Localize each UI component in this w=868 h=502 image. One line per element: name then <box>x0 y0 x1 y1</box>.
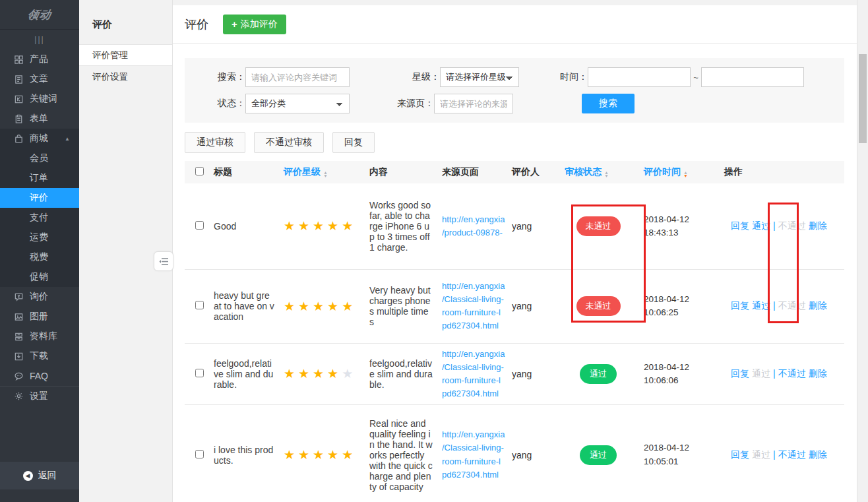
select-all-checkbox[interactable] <box>195 167 204 175</box>
status-badge: 未通过 <box>576 216 621 236</box>
column-header: 内容 <box>369 161 442 183</box>
review-title: i love this products. <box>214 405 284 502</box>
time-filter-label: 时间： <box>553 71 588 83</box>
bulk-actions-row: 通过审核不通过审核回复 <box>185 132 856 153</box>
sidebar-item-label: 表单 <box>30 113 48 125</box>
search-submit-button[interactable]: 搜索 <box>582 94 635 113</box>
sidebar-item-label: 商城 <box>30 133 48 144</box>
sidebar-subitem[interactable]: 税费 <box>0 247 79 267</box>
source-page-link[interactable]: http://en.yangxia /Classical-living- roo… <box>442 348 508 401</box>
sidebar-item-label: 询价 <box>30 291 48 303</box>
sidebar-item-label: 图册 <box>30 311 48 323</box>
star-rating: ★★★★★ <box>284 219 356 233</box>
sidebar-item-settings[interactable]: 设置 <box>0 386 79 406</box>
main-content: 评价 + 添加评价 搜索： 星级： 请选择评价星级 时间： ~ 状态： 全 <box>173 0 868 502</box>
add-review-button[interactable]: + 添加评价 <box>223 15 286 34</box>
sidebar-subitem[interactable]: 订单 <box>0 168 79 188</box>
collapse-menu-icon <box>159 257 169 266</box>
back-button[interactable]: ◀ 返回 <box>0 462 79 489</box>
approve-link[interactable]: 通过 <box>752 220 770 231</box>
plus-icon: + <box>232 18 237 30</box>
review-content: Real nice and quality feeling in the han… <box>369 405 442 502</box>
row-checkbox[interactable] <box>195 301 204 309</box>
column-header-sortable[interactable]: 评价时间▲▼ <box>644 161 724 183</box>
source-filter-label: 来源页： <box>390 98 434 110</box>
bulk-action-button[interactable]: 回复 <box>332 132 375 153</box>
action-separator: | <box>773 449 776 460</box>
sidebar-item-gallery[interactable]: 图册 <box>0 307 79 327</box>
reviews-table: 标题评价星级▲▼内容来源页面评价人审核状态▲▼评价时间▲▼操作 Good★★★★… <box>185 161 844 502</box>
sidebar-item-keyword[interactable]: 关键词 <box>0 89 79 109</box>
source-page-link[interactable]: http://en.yangxia /Classical-living- roo… <box>442 280 508 333</box>
row-checkbox[interactable] <box>195 450 204 458</box>
filter-row-1: 搜索： 星级： 请选择评价星级 时间： ~ <box>211 67 844 87</box>
submenu-item-active[interactable]: 评价管理 <box>79 44 172 66</box>
delete-link[interactable]: 删除 <box>809 368 827 379</box>
delete-link[interactable]: 删除 <box>809 449 827 460</box>
column-header: 评价人 <box>512 161 565 183</box>
sidebar-item-article[interactable]: 文章 <box>0 69 79 89</box>
reply-link[interactable]: 回复 <box>731 300 749 311</box>
bulk-action-button[interactable]: 不通过审核 <box>254 132 324 153</box>
approve-link[interactable]: 通过 <box>752 300 770 311</box>
sidebar-item-download[interactable]: 下载 <box>0 346 79 366</box>
primary-nav: 产品文章关键词表单商城▲会员订单评价支付运费税费促销询价图册资料库下载FAQ设置 <box>0 49 79 462</box>
row-checkbox[interactable] <box>195 369 204 377</box>
column-header: 来源页面 <box>442 161 512 183</box>
sidebar-item-mall[interactable]: 商城▲ <box>0 129 79 148</box>
bulk-action-button[interactable]: 通过审核 <box>185 132 245 153</box>
sort-arrows-icon: ▲▼ <box>323 171 328 177</box>
sidebar-bottom-pad <box>0 489 79 502</box>
sidebar-subitem-active[interactable]: 评价 <box>0 188 79 208</box>
delete-link[interactable]: 删除 <box>809 300 827 311</box>
sidebar-item-form[interactable]: 表单 <box>0 109 79 129</box>
submenu-toggle-button[interactable] <box>154 251 173 271</box>
time-range-separator: ~ <box>691 73 701 82</box>
sidebar-subitem[interactable]: 会员 <box>0 148 79 168</box>
review-title: Good <box>214 183 284 269</box>
sidebar-item-label: 产品 <box>30 53 48 65</box>
filter-row-2: 状态： 全部分类 来源页： 搜索 <box>211 94 844 113</box>
star-filter-select[interactable]: 请选择评价星级 <box>440 67 519 87</box>
add-review-label: 添加评价 <box>241 18 278 30</box>
sidebar-item-library[interactable]: 资料库 <box>0 327 79 346</box>
reviewer-name: yang <box>512 405 565 502</box>
submenu-item[interactable]: 评价设置 <box>79 66 172 88</box>
approve-link: 通过 <box>752 368 770 379</box>
column-header-sortable[interactable]: 评价星级▲▼ <box>284 161 369 183</box>
form-icon <box>13 113 24 124</box>
reply-link[interactable]: 回复 <box>731 449 749 460</box>
article-icon <box>13 74 24 84</box>
scrollbar-thumb[interactable] <box>859 54 867 143</box>
sidebar-item-label: 关键词 <box>30 93 57 105</box>
action-separator: | <box>773 300 776 311</box>
time-to-input[interactable] <box>701 67 804 87</box>
sidebar-item-inquiry[interactable]: 询价 <box>0 287 79 307</box>
source-page-link[interactable]: http://en.yangxia /product-09878- <box>442 213 508 239</box>
source-page-input[interactable] <box>434 94 513 113</box>
reply-link[interactable]: 回复 <box>731 220 749 231</box>
column-header-sortable[interactable]: 审核状态▲▼ <box>565 161 644 183</box>
window-scrollbar[interactable] <box>857 0 868 502</box>
sidebar-subitem[interactable]: 促销 <box>0 267 79 287</box>
sidebar-item-faq[interactable]: FAQ <box>0 366 79 386</box>
source-page-link[interactable]: http://en.yangxia /Classical-living- roo… <box>442 428 508 482</box>
table-row: Good★★★★★Works good so far, able to char… <box>185 183 844 269</box>
chevron-up-icon: ▲ <box>65 136 70 142</box>
status-filter-select[interactable]: 全部分类 <box>245 94 350 113</box>
back-circle-icon: ◀ <box>23 471 33 481</box>
search-input[interactable] <box>245 67 350 87</box>
reply-link[interactable]: 回复 <box>731 368 749 379</box>
status-badge: 通过 <box>580 445 617 465</box>
star-rating: ★★★★★ <box>284 448 356 462</box>
inquiry-icon <box>13 292 24 302</box>
sidebar-item-grid[interactable]: 产品 <box>0 49 79 69</box>
delete-link[interactable]: 删除 <box>809 220 827 231</box>
sidebar-subitem[interactable]: 支付 <box>0 208 79 228</box>
sidebar-subitem[interactable]: 运费 <box>0 228 79 247</box>
reject-link[interactable]: 不通过 <box>778 368 806 379</box>
sidebar-collapse-button[interactable]: ||| <box>0 30 79 49</box>
reject-link[interactable]: 不通过 <box>778 449 806 460</box>
time-from-input[interactable] <box>588 67 691 87</box>
row-checkbox[interactable] <box>195 221 204 230</box>
